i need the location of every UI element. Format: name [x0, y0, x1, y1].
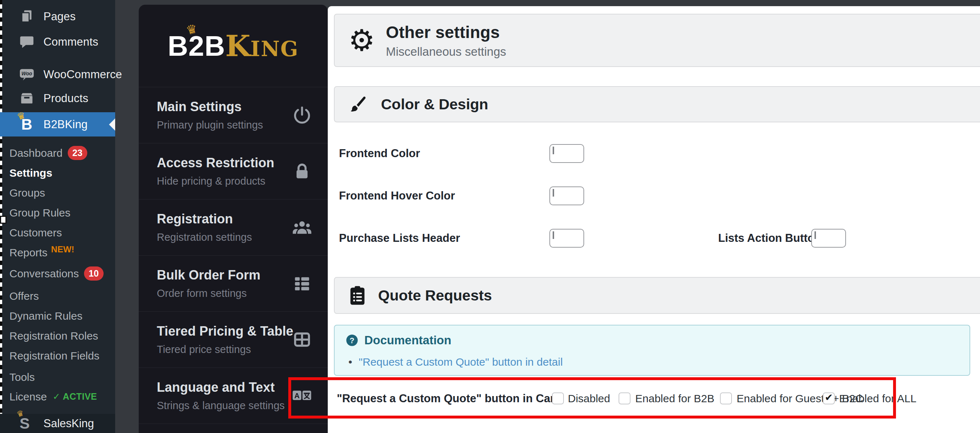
section-header-color-design: Color & Design: [334, 86, 980, 122]
b2bking-crown-icon: B♛: [18, 116, 35, 133]
sidebar-item-woocommerce[interactable]: Woo WooCommerce: [0, 62, 115, 87]
sidebar-item-comments[interactable]: Comments: [0, 30, 115, 54]
sidebar-item-label: B2BKing: [43, 118, 88, 131]
brush-icon: [348, 94, 369, 115]
page-title: Other settings: [386, 22, 506, 42]
submenu-item-tools[interactable]: Tools: [0, 367, 115, 387]
new-tag: NEW!: [51, 244, 74, 254]
submenu-item-dynamic-rules[interactable]: Dynamic Rules: [0, 306, 115, 326]
woocommerce-icon: Woo: [18, 66, 35, 83]
nav-item-language-text[interactable]: Language and Text Strings & language set…: [139, 368, 328, 423]
checkbox-enabled-b2b[interactable]: [619, 392, 630, 404]
page-header-card: ⚙ Other settings Miscellaneous settings: [334, 14, 980, 67]
setting-label: Purchase Lists Header: [339, 229, 460, 247]
comments-icon: [18, 33, 35, 51]
license-active-badge: ✓ ACTIVE: [52, 391, 97, 402]
section-header-quote-requests: Quote Requests: [334, 277, 980, 314]
salesking-crown-icon: S♛: [19, 416, 30, 431]
nav-item-registration[interactable]: Registration Registration settings: [139, 199, 328, 255]
sidebar-item-label: Pages: [43, 10, 76, 23]
documentation-list-item: • "Request a Custom Quote" button in det…: [348, 356, 563, 368]
nav-item-bulk-order-form[interactable]: Bulk Order Form Order form settings: [139, 255, 328, 311]
translate-icon: A: [291, 385, 313, 406]
sidebar-item-label: Products: [43, 92, 88, 105]
power-icon: [291, 105, 313, 125]
gear-icon: ⚙: [348, 26, 375, 56]
conversations-count-badge: 10: [84, 266, 103, 281]
sidebar-item-label: Comments: [43, 35, 98, 49]
question-circle-icon: ?: [345, 334, 358, 347]
submenu-item-registration-roles[interactable]: Registration Roles: [0, 326, 115, 346]
documentation-title: Documentation: [364, 333, 451, 347]
sidebar-item-products[interactable]: Products: [0, 86, 115, 111]
checkbox-enabled-all[interactable]: ✔: [823, 392, 835, 404]
selection-handle-artifact: [0, 216, 6, 224]
svg-text:A: A: [294, 392, 299, 400]
submenu-item-group-rules[interactable]: Group Rules: [0, 203, 115, 223]
submenu-item-registration-fields[interactable]: Registration Fields: [0, 346, 115, 366]
checkmark-icon: ✔: [825, 393, 833, 403]
section-title: Color & Design: [381, 96, 488, 113]
submenu-item-license[interactable]: License ✓ ACTIVE: [0, 387, 115, 406]
checkbox-disabled[interactable]: [552, 392, 564, 404]
crown-icon: ♛: [16, 409, 25, 419]
list-icon: [291, 273, 313, 294]
submenu-item-settings[interactable]: Settings: [0, 163, 115, 183]
submenu-item-groups[interactable]: Groups: [0, 183, 115, 203]
purchase-lists-header-color-picker[interactable]: [549, 229, 584, 247]
setting-label: Frontend Color: [339, 144, 420, 163]
table-icon: [291, 329, 313, 350]
page-subtitle: Miscellaneous settings: [386, 45, 506, 59]
section-title: Quote Requests: [378, 287, 492, 304]
wp-admin-sidebar: Pages Comments Woo WooCommerce Products …: [0, 0, 115, 433]
documentation-link[interactable]: "Request a Custom Quote" button in detai…: [359, 356, 563, 368]
documentation-box: ? Documentation • "Request a Custom Quot…: [334, 325, 970, 376]
submenu-item-dashboard[interactable]: Dashboard 23: [0, 143, 115, 163]
setting-label: "Request a Custom Quote" button in Cart: [337, 391, 558, 406]
settings-main-content: ⚙ Other settings Miscellaneous settings …: [328, 6, 980, 433]
b2bking-settings-screen: Pages Comments Woo WooCommerce Products …: [0, 0, 980, 433]
dashboard-count-badge: 23: [68, 146, 87, 160]
nav-item-partial: [139, 423, 328, 432]
pages-icon: [18, 8, 35, 25]
sidebar-item-salesking[interactable]: S♛ SalesKing: [0, 414, 115, 433]
frontend-hover-color-picker[interactable]: [549, 186, 584, 205]
sidebar-item-pages[interactable]: Pages: [0, 4, 115, 29]
submenu-item-conversations[interactable]: Conversations 10: [0, 263, 115, 284]
submenu-item-offers[interactable]: Offers: [0, 286, 115, 306]
frontend-color-picker[interactable]: [549, 144, 584, 163]
crown-icon: ♛: [16, 110, 26, 122]
products-icon: [18, 90, 35, 107]
svg-text:Woo: Woo: [21, 71, 32, 76]
b2bking-logo: B2♛BKING: [139, 5, 328, 87]
svg-text:?: ?: [350, 336, 354, 345]
setting-row-quote-button-cart: "Request a Custom Quote" button in Cart …: [328, 391, 980, 406]
current-menu-arrow-icon: [109, 118, 115, 131]
sidebar-item-b2bking[interactable]: B♛ B2BKing: [0, 112, 115, 136]
sidebar-item-label: WooCommerce: [43, 68, 122, 81]
lists-action-buttons-color-picker[interactable]: [811, 229, 846, 247]
lock-icon: [291, 161, 313, 182]
checkbox-enabled-guests-b2c[interactable]: [720, 392, 732, 404]
setting-label: Frontend Hover Color: [339, 186, 455, 205]
bullet: •: [348, 356, 352, 368]
clipboard-icon: [348, 285, 366, 306]
crown-icon: ♛: [185, 22, 199, 36]
submenu-item-customers[interactable]: Customers: [0, 223, 115, 243]
nav-item-tiered-pricing[interactable]: Tiered Pricing & Table Tiered price sett…: [139, 311, 328, 368]
nav-item-access-restriction[interactable]: Access Restriction Hide pricing & produc…: [139, 143, 328, 199]
nav-item-main-settings[interactable]: Main Settings Primary plugin settings: [139, 87, 328, 143]
b2bking-settings-nav: B2♛BKING Main Settings Primary plugin se…: [139, 5, 328, 433]
settings-nav-items: Main Settings Primary plugin settings Ac…: [139, 87, 328, 432]
users-icon: [291, 217, 313, 238]
submenu-item-reports[interactable]: Reports NEW!: [0, 243, 115, 262]
